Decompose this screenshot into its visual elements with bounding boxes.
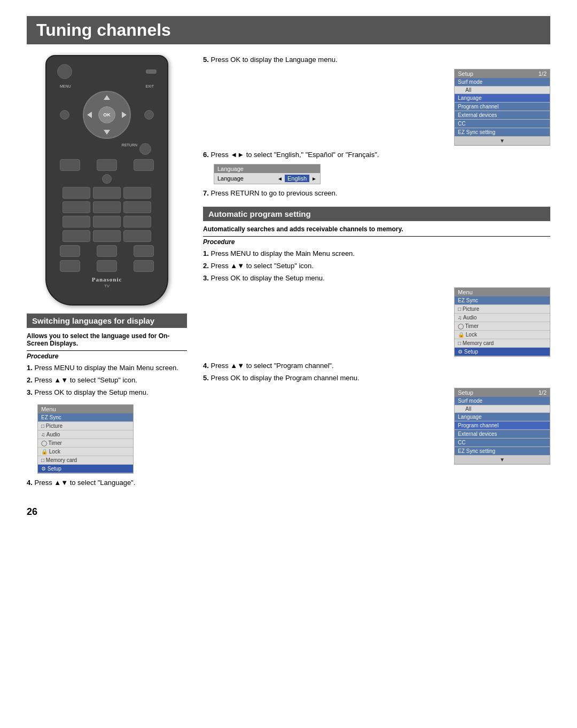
btn-row3-3	[134, 245, 154, 257]
num-btn-6	[123, 201, 151, 213]
language-select-menu: Language Language ◄ English ►	[214, 164, 321, 184]
btn-row4-1	[60, 260, 80, 272]
step-right-7: 7. Press RETURN to go to previous screen…	[203, 189, 550, 198]
switching-languages-desc: Allows you to select the language used f…	[27, 332, 187, 347]
automatic-program-header: Automatic program setting	[203, 207, 550, 221]
setup-menu-left: Menu EZ Sync □ Picture ♫ Audio ◯ Timer 🔒…	[37, 404, 134, 474]
remote-side-left	[60, 110, 69, 120]
step-left-2: 2. Press ▲▼ to select "Setup" icon.	[27, 375, 187, 385]
btn-row1-3	[134, 159, 154, 171]
step-auto-3: 3. Press OK to display the Setup menu.	[203, 273, 550, 283]
setup-menu-right: Setup1/2 Surf mode All Language Program …	[454, 69, 550, 146]
automatic-program-desc: Automatically searches and adds receivab…	[203, 225, 550, 233]
page-title: Tuning channels	[27, 16, 550, 44]
num-btn-7	[63, 216, 90, 228]
btn-row4-2	[97, 260, 117, 272]
return-label: RETURN	[122, 143, 137, 155]
remote-small-btn-top	[146, 69, 157, 74]
page-number: 26	[27, 506, 550, 518]
return-btn	[139, 143, 151, 155]
remote-brand-sub: TV	[57, 284, 157, 288]
num-btn-8	[93, 216, 121, 228]
step-auto-4: 4. Press ▲▼ to select "Program channel".	[203, 361, 550, 371]
num-btn-hash	[123, 230, 151, 242]
num-btn-1	[63, 187, 90, 199]
num-btn-star	[63, 230, 90, 242]
setup-menu-auto: Menu EZ Sync □ Picture ♫ Audio ◯ Timer 🔒…	[454, 287, 550, 357]
exit-label: EXIT	[145, 84, 154, 88]
num-btn-2	[93, 187, 121, 199]
automatic-program-section: Automatic program setting Automatically …	[203, 207, 550, 465]
switching-languages-section: Switching languages for display Allows y…	[27, 314, 187, 488]
menu-label: MENU	[60, 84, 71, 88]
remote-brand: Panasonic	[57, 276, 157, 283]
num-btn-0	[93, 230, 121, 242]
step-left-3: 3. Press OK to display the Setup menu.	[27, 388, 187, 397]
program-channel-menu: Setup1/2 Surf mode All Language Program …	[454, 388, 550, 465]
procedure-label-left: Procedure	[27, 350, 187, 360]
step-right-6: 6. Press ◄► to select "English," "Españo…	[203, 150, 550, 160]
remote-dpad: OK	[83, 91, 131, 139]
step-auto-1: 1. Press MENU to display the Main Menu s…	[203, 249, 550, 259]
remote-side-right	[144, 110, 154, 120]
step-right-5-lang: 5. Press OK to display the Language menu…	[203, 55, 550, 65]
step-left-1: 1. Press MENU to display the Main Menu s…	[27, 363, 187, 373]
btn-row4-3	[134, 260, 154, 272]
remote-top-circle	[57, 64, 72, 79]
step-left-4: 4. Press ▲▼ to select "Language".	[27, 478, 187, 488]
btn-row1-2	[97, 159, 117, 171]
num-btn-3	[123, 187, 151, 199]
btn-row3-1	[60, 245, 80, 257]
num-btn-5	[93, 201, 121, 213]
remote-center-dot	[102, 174, 112, 184]
num-btn-9	[123, 216, 151, 228]
switching-languages-header: Switching languages for display	[27, 314, 187, 328]
remote-control-image: MENU EXIT OK RETURN	[45, 55, 168, 306]
step-auto-5: 5. Press OK to display the Program chann…	[203, 373, 550, 383]
procedure-label-right: Procedure	[203, 236, 550, 246]
num-btn-4	[63, 201, 90, 213]
step-auto-2: 2. Press ▲▼ to select "Setup" icon.	[203, 261, 550, 271]
btn-row3-2	[97, 245, 117, 257]
btn-row1-1	[60, 159, 80, 171]
